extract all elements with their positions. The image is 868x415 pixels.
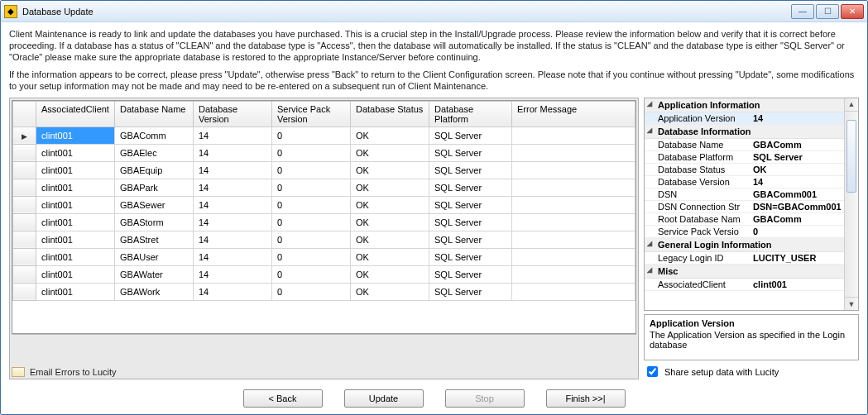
table-row[interactable]: clint001GBAWork140OKSQL Server	[13, 283, 635, 300]
cell-database-status: OK	[351, 126, 429, 144]
help-body: The Application Version as specified in …	[650, 330, 853, 350]
cell-database-platform: SQL Server	[429, 126, 512, 144]
row-selector[interactable]	[13, 231, 36, 248]
app-icon: ◆	[4, 5, 17, 18]
row-selector[interactable]	[13, 144, 36, 161]
cell-database-version: 14	[194, 179, 272, 196]
prop-database-version[interactable]: Database Version14	[645, 176, 844, 188]
cell-associated-client: clint001	[36, 283, 115, 300]
scroll-thumb[interactable]	[846, 120, 856, 193]
close-button[interactable]: ✕	[841, 4, 864, 19]
prop-category-misc[interactable]: Misc	[645, 265, 844, 279]
cell-associated-client: clint001	[36, 179, 115, 196]
prop-legacy-login[interactable]: Legacy Login IDLUCITY_USER	[645, 252, 844, 265]
cell-service-pack: 0	[272, 126, 351, 144]
col-database-name[interactable]: Database Name	[115, 101, 194, 126]
table-row[interactable]: clint001GBAStret140OKSQL Server	[13, 231, 635, 248]
cell-database-status: OK	[351, 161, 429, 179]
mail-icon	[12, 367, 25, 377]
cell-database-name: GBAPark	[115, 179, 194, 196]
col-associated-client[interactable]: AssociatedClient	[36, 101, 115, 126]
table-row[interactable]: clint001GBASewer140OKSQL Server	[13, 196, 635, 213]
prop-root-database[interactable]: Root Database NamGBAComm	[645, 213, 844, 226]
prop-database-status[interactable]: Database StatusOK	[645, 164, 844, 176]
window-database-update: ◆ Database Update — ☐ ✕ Client Maintenan…	[0, 0, 868, 415]
cell-error-message	[512, 179, 635, 196]
cell-database-platform: SQL Server	[429, 231, 512, 248]
row-selector[interactable]	[13, 248, 36, 265]
col-database-status[interactable]: Database Status	[351, 101, 429, 126]
cell-error-message	[512, 265, 635, 283]
cell-database-status: OK	[351, 196, 429, 213]
cell-service-pack: 0	[272, 248, 351, 265]
intro-paragraph-1: Client Maintenance is ready to link and …	[9, 29, 859, 63]
table-row[interactable]: clint001GBAUser140OKSQL Server	[13, 248, 635, 265]
cell-associated-client: clint001	[36, 126, 115, 144]
prop-category-database[interactable]: Database Information	[645, 125, 844, 139]
database-table[interactable]: AssociatedClient Database Name Database …	[12, 101, 635, 301]
share-label[interactable]: Share setup data with Lucity	[664, 367, 779, 377]
cell-service-pack: 0	[272, 231, 351, 248]
row-selector[interactable]	[13, 161, 36, 179]
cell-error-message	[512, 196, 635, 213]
maximize-button[interactable]: ☐	[816, 4, 839, 19]
cell-associated-client: clint001	[36, 161, 115, 179]
table-row[interactable]: clint001GBAStorm140OKSQL Server	[13, 213, 635, 231]
cell-service-pack: 0	[272, 213, 351, 231]
prop-application-version[interactable]: Application Version 14	[645, 112, 844, 125]
scroll-up-icon[interactable]: ▲	[845, 98, 858, 112]
cell-database-platform: SQL Server	[429, 196, 512, 213]
cell-database-version: 14	[194, 126, 272, 144]
scroll-down-icon[interactable]: ▼	[845, 297, 858, 310]
back-button[interactable]: < Back	[243, 389, 323, 408]
col-database-version[interactable]: Database Version	[194, 101, 272, 126]
cell-database-version: 14	[194, 283, 272, 300]
prop-database-name[interactable]: Database NameGBAComm	[645, 139, 844, 151]
intro-text: Client Maintenance is ready to link and …	[9, 29, 859, 93]
cell-database-platform: SQL Server	[429, 283, 512, 300]
table-row[interactable]: clint001GBAWater140OKSQL Server	[13, 265, 635, 283]
prop-associated-client[interactable]: AssociatedClientclint001	[645, 279, 844, 291]
cell-database-status: OK	[351, 213, 429, 231]
col-service-pack[interactable]: Service Pack Version	[272, 101, 351, 126]
cell-error-message	[512, 283, 635, 300]
property-grid[interactable]: Application Information Application Vers…	[644, 98, 859, 311]
cell-database-version: 14	[194, 144, 272, 161]
update-button[interactable]: Update	[344, 389, 424, 408]
minimize-button[interactable]: —	[791, 4, 814, 19]
col-database-platform[interactable]: Database Platform	[429, 101, 512, 126]
cell-associated-client: clint001	[36, 265, 115, 283]
prop-service-pack[interactable]: Service Pack Versio0	[645, 226, 844, 238]
email-errors-link[interactable]: Email Errors to Lucity	[12, 367, 117, 377]
cell-associated-client: clint001	[36, 248, 115, 265]
prop-category-application[interactable]: Application Information	[645, 98, 844, 112]
row-selector[interactable]	[13, 196, 36, 213]
finish-button[interactable]: Finish >>|	[546, 389, 626, 408]
col-error-message[interactable]: Error Message	[512, 101, 635, 126]
wizard-buttons: < Back Update Stop Finish >>|	[9, 384, 859, 409]
window-title: Database Update	[22, 7, 791, 17]
prop-dsn[interactable]: DSNGBAComm001	[645, 188, 844, 201]
row-selector[interactable]	[13, 265, 36, 283]
cell-database-name: GBAComm	[115, 126, 194, 144]
prop-database-platform[interactable]: Database PlatformSQL Server	[645, 151, 844, 164]
row-selector[interactable]	[13, 213, 36, 231]
cell-database-platform: SQL Server	[429, 144, 512, 161]
share-checkbox[interactable]	[647, 366, 658, 377]
row-selector[interactable]	[13, 283, 36, 300]
property-scrollbar[interactable]: ▲ ▼	[844, 98, 858, 310]
row-selector[interactable]	[13, 126, 36, 144]
prop-category-login[interactable]: General Login Information	[645, 238, 844, 252]
table-row[interactable]: clint001GBAEquip140OKSQL Server	[13, 161, 635, 179]
row-selector[interactable]	[13, 179, 36, 196]
cell-database-name: GBAWork	[115, 283, 194, 300]
property-help: Application Version The Application Vers…	[644, 314, 859, 360]
prop-dsn-connection[interactable]: DSN Connection StrDSN=GBAComm001;	[645, 201, 844, 213]
table-row[interactable]: clint001GBAElec140OKSQL Server	[13, 144, 635, 161]
table-row[interactable]: clint001GBAPark140OKSQL Server	[13, 179, 635, 196]
table-row[interactable]: clint001GBAComm140OKSQL Server	[13, 126, 635, 144]
cell-service-pack: 0	[272, 179, 351, 196]
cell-database-version: 14	[194, 196, 272, 213]
cell-database-platform: SQL Server	[429, 161, 512, 179]
email-errors-label: Email Errors to Lucity	[30, 367, 117, 377]
